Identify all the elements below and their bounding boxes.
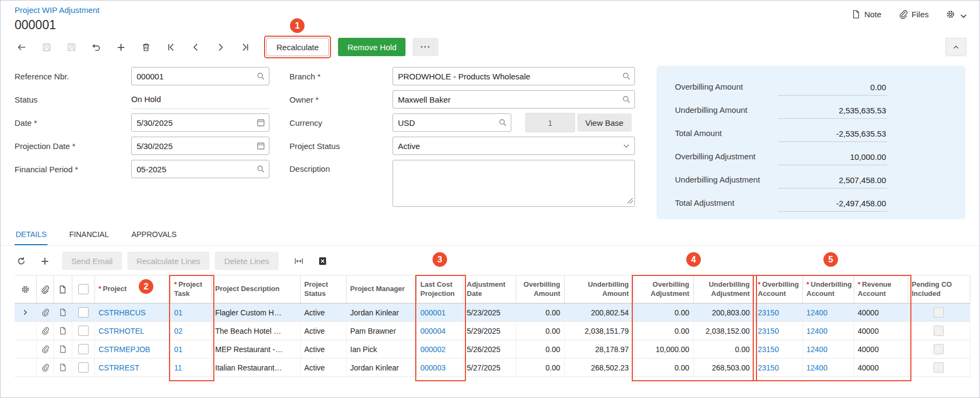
overbilling-account-link[interactable]: 23150 [758, 327, 779, 335]
last-cost-projection-link[interactable]: 000004 [421, 327, 446, 335]
cell-underbilling-account[interactable]: 12400 [802, 322, 854, 340]
note-button[interactable]: Note [851, 10, 882, 19]
date-input[interactable] [131, 113, 269, 132]
last-cost-projection-link[interactable]: 000003 [421, 363, 446, 372]
underbilling-account-link[interactable]: 12400 [807, 308, 828, 317]
calendar-icon[interactable] [256, 118, 265, 127]
col-header-underbilling-amount[interactable]: Underbilling Amount [564, 275, 633, 303]
cell-overbilling-adjustment[interactable]: 0.00 [633, 322, 693, 340]
select-all-checkbox[interactable] [78, 284, 89, 294]
project-task-link[interactable]: 11 [174, 363, 183, 372]
cell-overbilling-adjustment[interactable]: 0.00 [633, 303, 693, 322]
cell-project[interactable]: CSTRHOTEL [94, 322, 170, 340]
cell-project-manager[interactable]: Jordan Kinlear [346, 359, 416, 377]
back-button[interactable] [9, 37, 34, 57]
cell-underbilling-adjustment[interactable]: 200,803.00 [693, 303, 754, 322]
first-record-button[interactable] [158, 37, 183, 57]
cell-last-cost-projection[interactable]: 000001 [416, 303, 463, 322]
project-link[interactable]: CSTRHBCUS [99, 308, 146, 317]
col-header-project-description[interactable]: Project Description [211, 275, 300, 303]
cell-project-manager[interactable]: Jordan Kinlear [346, 303, 416, 322]
col-header-revenue-account[interactable]: *Revenue Account [854, 275, 908, 303]
col-header-project-manager[interactable]: Project Manager [346, 275, 416, 303]
cell-underbilling-amount[interactable]: 28,178.97 [564, 340, 633, 359]
search-icon[interactable] [498, 118, 507, 127]
refresh-button[interactable] [9, 252, 33, 270]
last-cost-projection-link[interactable]: 000001 [421, 308, 446, 317]
cell-adjustment-date[interactable]: 5/26/2025 [463, 340, 516, 359]
row-note-cell[interactable] [53, 340, 72, 359]
row-files-cell[interactable] [36, 359, 53, 377]
cell-project-task[interactable]: 02 [170, 322, 211, 340]
search-icon[interactable] [622, 72, 631, 80]
col-header-underbilling-account[interactable]: *Underbilling Account [802, 275, 854, 303]
cell-underbilling-account[interactable]: 12400 [802, 359, 854, 377]
projection-date-input[interactable] [131, 137, 269, 155]
overbilling-account-link[interactable]: 23150 [758, 363, 779, 372]
pending-co-checkbox[interactable] [934, 344, 944, 354]
col-header-project-status[interactable]: Project Status [300, 275, 346, 303]
project-task-link[interactable]: 02 [174, 327, 183, 335]
grid-settings-button[interactable] [15, 275, 36, 303]
overbilling-account-link[interactable]: 23150 [758, 345, 779, 354]
cell-revenue-account[interactable]: 40000 [854, 340, 908, 359]
branch-input[interactable] [393, 67, 635, 85]
table-row[interactable]: CSTRREST 11 Italian Restaurant… Active J… [15, 359, 970, 377]
row-note-cell[interactable] [53, 303, 72, 322]
project-task-link[interactable]: 01 [174, 308, 183, 317]
project-link[interactable]: CSTRMEPJOB [99, 345, 151, 354]
cell-overbilling-amount[interactable]: 0.00 [516, 340, 564, 359]
cell-adjustment-date[interactable]: 5/23/2025 [463, 303, 516, 322]
row-expand-chevron-icon[interactable] [16, 309, 35, 316]
cell-underbilling-amount[interactable]: 2,038,151.79 [564, 322, 633, 340]
cell-project-status[interactable]: Active [300, 340, 346, 359]
row-files-cell[interactable] [36, 340, 53, 359]
col-header-project-task[interactable]: *Project Task [170, 275, 211, 303]
col-header-overbilling-amount[interactable]: Overbilling Amount [516, 275, 564, 303]
collapse-form-button[interactable] [945, 38, 967, 56]
col-header-overbilling-adjustment[interactable]: Overbilling Adjustment [633, 275, 693, 303]
row-note-cell[interactable] [53, 322, 72, 340]
cell-revenue-account[interactable]: 40000 [854, 322, 908, 340]
breadcrumb[interactable]: Project WIP Adjustment [15, 5, 99, 15]
cell-project-task[interactable]: 11 [170, 359, 211, 377]
table-row[interactable]: CSTRHBCUS 01 Flagler Custom H… Active Jo… [15, 303, 970, 322]
pending-co-checkbox[interactable] [934, 307, 944, 318]
cell-overbilling-account[interactable]: 23150 [754, 303, 802, 322]
cell-overbilling-adjustment[interactable]: 0.00 [633, 359, 693, 377]
cell-overbilling-adjustment[interactable]: 10,000.00 [633, 340, 693, 359]
col-header-adjustment-date[interactable]: Adjustment Date [463, 275, 516, 303]
project-link[interactable]: CSTRREST [99, 363, 139, 372]
settings-menu-button[interactable] [946, 10, 965, 19]
search-icon[interactable] [622, 95, 631, 104]
col-header-underbilling-adjustment[interactable]: Underbilling Adjustment [693, 275, 754, 303]
last-cost-projection-link[interactable]: 000002 [421, 345, 446, 354]
add-row-button[interactable]: + [33, 252, 57, 270]
cell-overbilling-account[interactable]: 23150 [754, 359, 802, 377]
cell-project[interactable]: CSTRMEPJOB [94, 340, 170, 359]
pending-co-checkbox[interactable] [934, 362, 944, 373]
reference-nbr-input[interactable] [131, 67, 269, 85]
search-icon[interactable] [256, 165, 265, 173]
underbilling-account-link[interactable]: 12400 [807, 363, 828, 372]
row-checkbox[interactable] [78, 344, 89, 354]
cell-overbilling-amount[interactable]: 0.00 [516, 322, 564, 340]
col-header-notes[interactable] [53, 275, 72, 303]
tab-approvals[interactable]: APPROVALS [130, 228, 178, 245]
row-note-cell[interactable] [53, 359, 72, 377]
cell-underbilling-adjustment[interactable]: 0.00 [693, 340, 754, 359]
last-record-button[interactable] [233, 37, 258, 57]
search-icon[interactable] [256, 72, 265, 80]
col-header-project[interactable]: *Project [94, 275, 170, 303]
row-checkbox[interactable] [78, 326, 89, 336]
cell-revenue-account[interactable]: 40000 [854, 303, 908, 322]
cell-last-cost-projection[interactable]: 000003 [416, 359, 463, 377]
pending-co-checkbox[interactable] [934, 326, 944, 336]
row-checkbox[interactable] [78, 362, 89, 373]
cell-adjustment-date[interactable]: 5/29/2025 [463, 322, 516, 340]
cell-overbilling-amount[interactable]: 0.00 [516, 359, 564, 377]
currency-input[interactable] [393, 113, 511, 132]
fit-width-button[interactable] [287, 252, 311, 270]
cell-overbilling-amount[interactable]: 0.00 [516, 303, 564, 322]
col-header-last-cost-projection[interactable]: Last Cost Projection [416, 275, 463, 303]
